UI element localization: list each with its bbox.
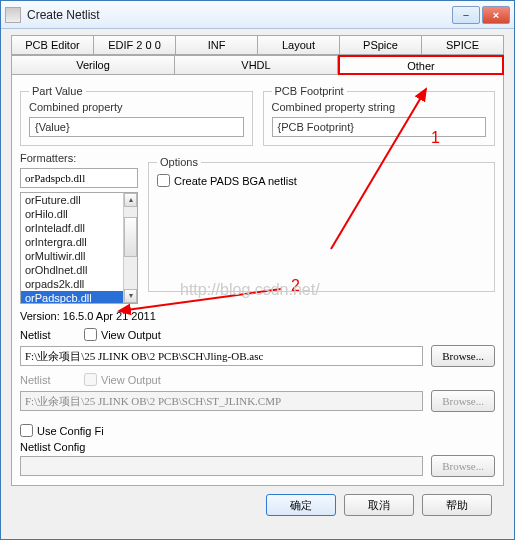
ok-button[interactable]: 确定	[266, 494, 336, 516]
dialog-window: Create Netlist − × PCB Editor EDIF 2 0 0…	[0, 0, 515, 540]
pcb-footprint-field[interactable]: {PCB Footprint}	[272, 117, 487, 137]
use-config-checkbox[interactable]: Use Config Fi	[20, 424, 104, 437]
formatters-label: Formatters:	[20, 152, 138, 164]
minimize-button[interactable]: −	[452, 6, 480, 24]
pcb-footprint-group: PCB Footprint Combined property string {…	[263, 85, 496, 146]
create-pads-label: Create PADS BGA netlist	[174, 175, 297, 187]
part-value-field[interactable]: {Value}	[29, 117, 244, 137]
list-item[interactable]: orInteladf.dll	[21, 221, 123, 235]
list-item[interactable]: orpads2k.dll	[21, 277, 123, 291]
help-button[interactable]: 帮助	[422, 494, 492, 516]
netlist2-label: Netlist	[20, 374, 68, 386]
browse-2-button: Browse...	[431, 390, 495, 412]
use-config-check-input[interactable]	[20, 424, 33, 437]
view-output-1[interactable]: View Output	[84, 328, 161, 341]
scroll-thumb[interactable]	[124, 217, 137, 257]
list-item[interactable]: orOhdlnet.dll	[21, 263, 123, 277]
list-item[interactable]: orMultiwir.dll	[21, 249, 123, 263]
combined-property-label: Combined property	[29, 101, 244, 113]
tab-layout[interactable]: Layout	[258, 35, 340, 55]
tab-spice[interactable]: SPICE	[422, 35, 504, 55]
tab-row-2: Verilog VHDL Other	[11, 55, 504, 75]
list-item[interactable]: orIntergra.dll	[21, 235, 123, 249]
part-value-group: Part Value Combined property {Value}	[20, 85, 253, 146]
formatter-current-input[interactable]	[20, 168, 138, 188]
create-pads-check-input[interactable]	[157, 174, 170, 187]
annotation-2: 2	[291, 277, 300, 295]
options-group: Options Create PADS BGA netlist	[148, 156, 495, 292]
netlist2-path-input	[20, 391, 423, 411]
listbox-scrollbar[interactable]: ▴ ▾	[123, 193, 137, 303]
scroll-down-icon[interactable]: ▾	[124, 289, 137, 303]
create-pads-checkbox[interactable]: Create PADS BGA netlist	[157, 174, 297, 187]
window-title: Create Netlist	[27, 8, 452, 22]
view-output-1-check[interactable]	[84, 328, 97, 341]
annotation-1: 1	[431, 129, 440, 147]
use-config-label: Use Config Fi	[37, 425, 104, 437]
list-item-selected[interactable]: orPadspcb.dll	[21, 291, 123, 303]
tab-pspice[interactable]: PSpice	[340, 35, 422, 55]
netlist1-path-input[interactable]	[20, 346, 423, 366]
pcb-footprint-legend: PCB Footprint	[272, 85, 347, 97]
view-output-1-label: View Output	[101, 329, 161, 341]
browse-config-button: Browse...	[431, 455, 495, 477]
close-button[interactable]: ×	[482, 6, 510, 24]
list-item[interactable]: orFuture.dll	[21, 193, 123, 207]
tab-inf[interactable]: INF	[176, 35, 258, 55]
tab-row-1: PCB Editor EDIF 2 0 0 INF Layout PSpice …	[11, 35, 504, 55]
tab-verilog[interactable]: Verilog	[11, 55, 175, 75]
tab-vhdl[interactable]: VHDL	[175, 55, 338, 75]
cancel-button[interactable]: 取消	[344, 494, 414, 516]
dialog-buttons: 确定 取消 帮助	[11, 486, 504, 524]
tab-pcb-editor[interactable]: PCB Editor	[11, 35, 94, 55]
formatter-listbox[interactable]: orFuture.dll orHilo.dll orInteladf.dll o…	[20, 192, 138, 304]
view-output-2-check	[84, 373, 97, 386]
part-value-legend: Part Value	[29, 85, 86, 97]
scroll-up-icon[interactable]: ▴	[124, 193, 137, 207]
tab-other[interactable]: Other	[338, 55, 504, 75]
combined-property-string-label: Combined property string	[272, 101, 487, 113]
app-icon	[5, 7, 21, 23]
options-legend: Options	[157, 156, 201, 168]
view-output-2-label: View Output	[101, 374, 161, 386]
list-item[interactable]: orHilo.dll	[21, 207, 123, 221]
tab-edif[interactable]: EDIF 2 0 0	[94, 35, 176, 55]
netlist-config-input	[20, 456, 423, 476]
titlebar[interactable]: Create Netlist − ×	[1, 1, 514, 29]
netlist1-label: Netlist	[20, 329, 68, 341]
view-output-2: View Output	[84, 373, 161, 386]
browse-1-button[interactable]: Browse...	[431, 345, 495, 367]
netlist-config-label: Netlist Config	[20, 441, 495, 453]
version-text: Version: 16.5.0 Apr 21 2011	[20, 310, 495, 322]
